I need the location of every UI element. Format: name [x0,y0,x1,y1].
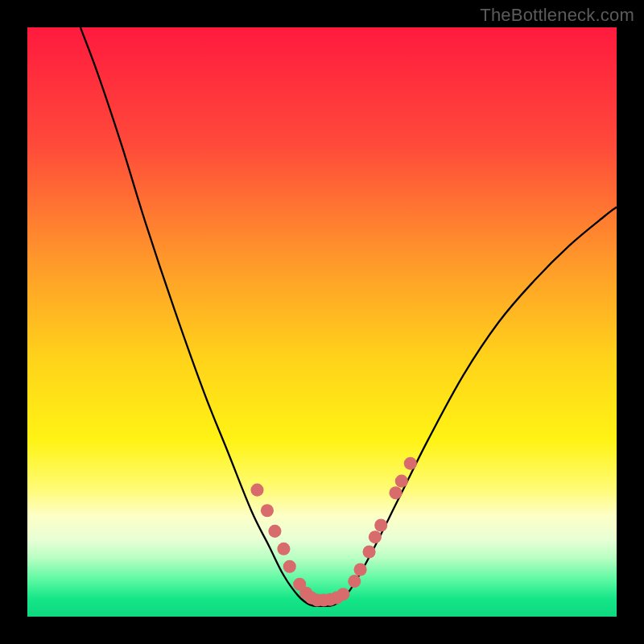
plot-area [27,27,617,617]
dot [336,588,349,601]
dot [268,525,281,538]
dot [389,486,402,499]
dot [348,575,361,588]
dot [283,560,296,573]
highlight-dots [250,457,416,607]
watermark-text: TheBottleneck.com [480,5,634,26]
dot [374,518,387,531]
dot [354,563,367,576]
dot [363,545,376,558]
dot [404,457,417,470]
dot [261,504,274,517]
dot [277,543,290,555]
bottleneck-curve [80,27,617,606]
dot [369,530,382,543]
chart-frame: TheBottleneck.com [0,0,644,644]
dot [395,475,408,488]
curve-layer [27,27,617,617]
dot [250,484,263,497]
